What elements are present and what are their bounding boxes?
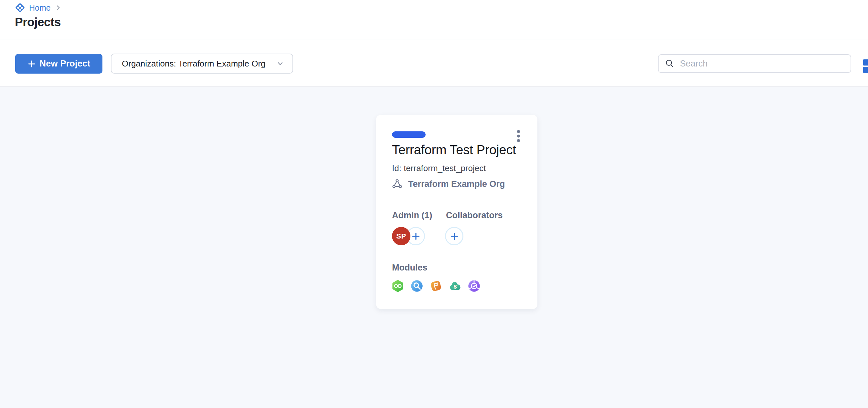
project-organization-name: Terraform Example Org	[408, 179, 505, 189]
collaborators-section-label: Collaborators	[446, 210, 503, 220]
plus-icon	[450, 232, 459, 241]
svg-text:$: $	[454, 284, 457, 290]
plus-icon	[28, 60, 36, 68]
chevron-right-icon	[55, 4, 62, 11]
organization-icon	[391, 178, 403, 190]
search-icon	[664, 59, 675, 69]
project-color-pill	[392, 131, 426, 138]
new-project-button-label: New Project	[40, 59, 91, 69]
checkmark-donut-icon[interactable]	[468, 279, 480, 293]
breadcrumb-home-link[interactable]: Home	[29, 3, 51, 12]
content-area: Terraform Test Project Id: terraform_tes…	[0, 87, 868, 408]
page-title: Projects	[15, 15, 61, 29]
view-toggle-icon[interactable]	[863, 59, 868, 74]
add-collaborator-button[interactable]	[445, 227, 463, 245]
search-box	[658, 54, 851, 73]
plus-icon	[411, 232, 421, 241]
project-title[interactable]: Terraform Test Project	[392, 143, 516, 157]
app-logo-icon	[15, 3, 25, 13]
chevron-down-icon	[276, 59, 285, 68]
flag-icon[interactable]	[430, 279, 442, 293]
modules-section-label: Modules	[392, 263, 428, 273]
cloud-dollar-icon[interactable]: $	[448, 279, 462, 293]
modules-row: $	[391, 279, 480, 293]
project-organization-link[interactable]: Terraform Example Org	[391, 178, 505, 190]
admin-section-label: Admin (1)	[392, 210, 432, 220]
new-project-button[interactable]: New Project	[15, 54, 102, 74]
infinity-hexagon-icon[interactable]	[391, 279, 404, 293]
admin-avatar[interactable]: SP	[392, 227, 410, 245]
toolbar: New Project Organizations: Terraform Exa…	[0, 40, 868, 87]
project-id: Id: terraform_test_project	[392, 163, 486, 173]
search-scope-icon[interactable]	[410, 279, 423, 293]
breadcrumb: Home	[15, 3, 62, 13]
project-card: Terraform Test Project Id: terraform_tes…	[376, 115, 537, 309]
organization-filter-value: Organizations: Terraform Example Org	[122, 59, 276, 69]
search-input[interactable]	[679, 59, 845, 69]
page-header: Home Projects	[0, 0, 868, 39]
organization-filter-dropdown[interactable]: Organizations: Terraform Example Org	[111, 54, 293, 74]
projects-page: Home Projects New Project Organizations:…	[0, 0, 868, 408]
